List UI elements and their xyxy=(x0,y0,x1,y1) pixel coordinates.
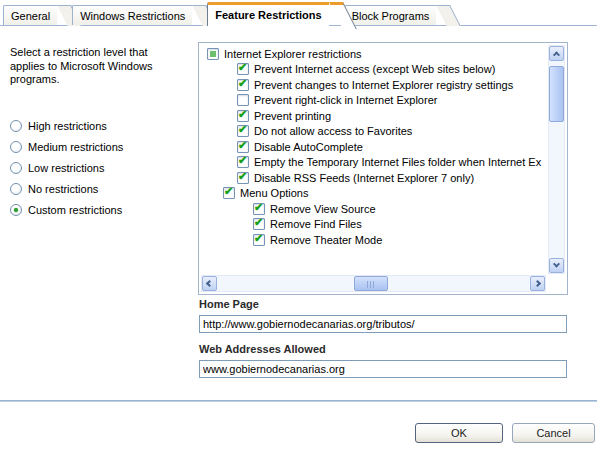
tab-feature-restrictions[interactable]: Feature Restrictions xyxy=(207,2,328,26)
checkbox[interactable] xyxy=(237,125,249,137)
checkbox[interactable] xyxy=(237,79,249,91)
tree-row-prevent-printing[interactable]: Prevent printing xyxy=(199,108,545,124)
tree-row-label: Prevent Internet access (except Web site… xyxy=(253,63,495,75)
home-page-input[interactable] xyxy=(199,315,567,333)
tree-row-label: Remove View Source xyxy=(269,203,376,215)
vertical-scrollbar[interactable] xyxy=(548,45,565,274)
radio-high-restrictions[interactable]: High restrictions xyxy=(10,119,123,132)
radio-medium-restrictions[interactable]: Medium restrictions xyxy=(10,140,123,153)
radio-custom-restrictions[interactable]: Custom restrictions xyxy=(10,203,123,216)
checkbox[interactable] xyxy=(223,187,235,199)
checkbox[interactable] xyxy=(237,94,249,106)
bottom-divider xyxy=(0,400,597,402)
checkbox[interactable] xyxy=(237,156,249,168)
home-page-label: Home Page xyxy=(199,298,259,310)
tree-row-label: Do not allow access to Favorites xyxy=(253,125,412,137)
checkbox[interactable] xyxy=(253,203,265,215)
horizontal-scrollbar[interactable] xyxy=(201,275,546,292)
checkbox[interactable] xyxy=(237,141,249,153)
scroll-down-button[interactable] xyxy=(549,258,564,273)
radio-label: Medium restrictions xyxy=(28,141,123,153)
tree-row-label: Prevent changes to Internet Explorer reg… xyxy=(253,79,513,91)
tree-row-label: Disable AutoComplete xyxy=(253,141,363,153)
tree-row-no-favorites-access[interactable]: Do not allow access to Favorites xyxy=(199,124,545,140)
tree-row-disable-autocomplete[interactable]: Disable AutoComplete xyxy=(199,139,545,155)
checkbox[interactable] xyxy=(253,234,265,246)
vertical-scrollbar-thumb[interactable] xyxy=(549,66,564,122)
tree-row-ie-restrictions[interactable]: Internet Explorer restrictions xyxy=(199,46,545,62)
radio-label: Custom restrictions xyxy=(28,204,122,216)
tree-row-prevent-registry-changes[interactable]: Prevent changes to Internet Explorer reg… xyxy=(199,77,545,93)
radio-low-restrictions[interactable]: Low restrictions xyxy=(10,161,123,174)
tree-row-label: Remove Theater Mode xyxy=(269,234,382,246)
tree-row-remove-find-files[interactable]: Remove Find Files xyxy=(199,217,545,233)
tree-row-label: Menu Options xyxy=(239,187,308,199)
web-addresses-allowed-input[interactable] xyxy=(199,360,567,378)
tree-row-menu-options[interactable]: Menu Options xyxy=(199,186,545,202)
checkbox[interactable] xyxy=(207,48,219,60)
tree-row-label: Disable RSS Feeds (Internet Explorer 7 o… xyxy=(253,172,474,184)
chevron-down-icon xyxy=(553,261,560,268)
chevron-left-icon xyxy=(206,280,213,287)
scroll-up-button[interactable] xyxy=(549,46,564,61)
tree-row-label: Prevent printing xyxy=(253,110,331,122)
checkbox[interactable] xyxy=(253,218,265,230)
checkbox[interactable] xyxy=(237,110,249,122)
restrictions-tree: Internet Explorer restrictions Prevent I… xyxy=(199,46,545,248)
radio-icon[interactable] xyxy=(10,141,22,153)
tree-row-label: Remove Find Files xyxy=(269,218,362,230)
radio-icon[interactable] xyxy=(10,120,22,132)
tree-row-disable-rss-feeds[interactable]: Disable RSS Feeds (Internet Explorer 7 o… xyxy=(199,170,545,186)
radio-label: No restrictions xyxy=(28,183,98,195)
radio-no-restrictions[interactable]: No restrictions xyxy=(10,182,123,195)
tree-row-label: Empty the Temporary Internet Files folde… xyxy=(253,156,541,168)
cancel-button[interactable]: Cancel xyxy=(512,423,595,443)
tab-windows-restrictions[interactable]: Windows Restrictions xyxy=(72,5,192,25)
restriction-level-radio-group: High restrictions Medium restrictions Lo… xyxy=(10,119,123,216)
chevron-up-icon xyxy=(553,51,560,58)
tree-row-remove-view-source[interactable]: Remove View Source xyxy=(199,201,545,217)
feature-restrictions-dialog: General Windows Restrictions Feature Res… xyxy=(0,0,600,451)
tree-row-remove-theater-mode[interactable]: Remove Theater Mode xyxy=(199,232,545,248)
restriction-level-description: Select a restriction level that applies … xyxy=(10,46,168,87)
tabbar: General Windows Restrictions Feature Res… xyxy=(3,2,436,26)
tab-block-programs[interactable]: Block Programs xyxy=(344,5,437,25)
checkbox[interactable] xyxy=(237,172,249,184)
radio-label: High restrictions xyxy=(28,120,107,132)
ok-button[interactable]: OK xyxy=(415,423,503,443)
tree-row-label: Internet Explorer restrictions xyxy=(223,48,362,60)
radio-icon[interactable] xyxy=(10,183,22,195)
tab-general[interactable]: General xyxy=(3,5,57,25)
restrictions-tree-panel: Internet Explorer restrictions Prevent I… xyxy=(198,42,568,295)
radio-icon[interactable] xyxy=(10,204,22,216)
web-addresses-allowed-label: Web Addresses Allowed xyxy=(199,343,326,355)
tree-row-prevent-internet-access[interactable]: Prevent Internet access (except Web site… xyxy=(199,62,545,78)
scroll-right-button[interactable] xyxy=(530,276,545,291)
chevron-right-icon xyxy=(534,280,541,287)
horizontal-scrollbar-thumb[interactable] xyxy=(354,276,388,291)
checkbox[interactable] xyxy=(237,63,249,75)
radio-label: Low restrictions xyxy=(28,162,104,174)
tree-row-empty-temp-files[interactable]: Empty the Temporary Internet Files folde… xyxy=(199,155,545,171)
scroll-left-button[interactable] xyxy=(202,276,217,291)
tree-row-label: Prevent right-click in Internet Explorer xyxy=(253,94,437,106)
tree-row-prevent-right-click[interactable]: Prevent right-click in Internet Explorer xyxy=(199,93,545,109)
radio-icon[interactable] xyxy=(10,162,22,174)
